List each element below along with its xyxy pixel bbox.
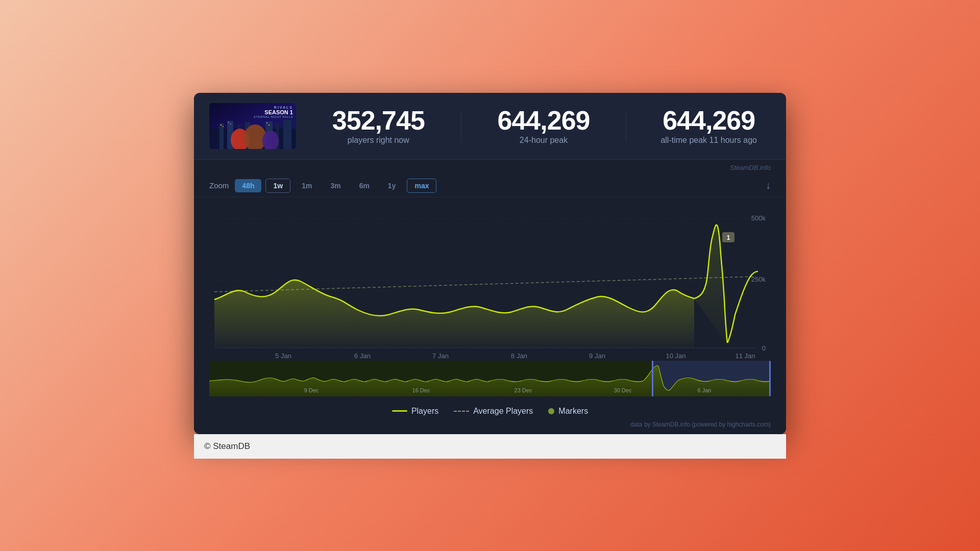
divider-1 bbox=[461, 111, 461, 141]
zoom-1y[interactable]: 1y bbox=[381, 179, 403, 192]
zoom-label: Zoom bbox=[209, 181, 229, 190]
alltime-peak-label: all-time peak 11 hours ago bbox=[660, 136, 757, 145]
svg-rect-14 bbox=[266, 122, 267, 123]
svg-text:0: 0 bbox=[762, 344, 766, 352]
svg-rect-13 bbox=[230, 123, 231, 124]
legend-avg-line bbox=[454, 411, 469, 412]
stat-alltime-peak: 644,269 all-time peak 11 hours ago bbox=[647, 107, 771, 145]
game-thumbnail: RIVALS SEASON 1 ETERNAL NIGHT FALLS bbox=[209, 103, 296, 149]
svg-rect-15 bbox=[268, 124, 270, 126]
zoom-bar: Zoom 48h 1w 1m 3m 6m 1y max ↓ bbox=[194, 173, 786, 197]
data-credit: data by SteamDB.info (powered by highcha… bbox=[194, 419, 786, 434]
svg-rect-43 bbox=[769, 361, 771, 396]
svg-rect-2 bbox=[219, 123, 224, 149]
players-now-value: 352,745 bbox=[332, 107, 425, 134]
legend-avg-players: Average Players bbox=[454, 407, 533, 416]
legend-markers-dot bbox=[548, 408, 554, 414]
svg-text:30 Dec: 30 Dec bbox=[614, 387, 632, 393]
zoom-1m[interactable]: 1m bbox=[295, 179, 319, 192]
svg-text:8 Jan: 8 Jan bbox=[511, 352, 527, 360]
footer-text: © SteamDB bbox=[204, 441, 250, 451]
zoom-3m[interactable]: 3m bbox=[323, 179, 348, 192]
svg-rect-42 bbox=[652, 361, 653, 396]
legend-avg-label: Average Players bbox=[473, 407, 533, 416]
24h-peak-value: 644,269 bbox=[498, 107, 590, 134]
svg-text:6 Jan: 6 Jan bbox=[698, 387, 712, 393]
svg-text:10 Jan: 10 Jan bbox=[666, 352, 685, 360]
legend-markers-label: Markers bbox=[558, 407, 588, 416]
legend-players: Players bbox=[392, 407, 438, 416]
chart-section: SteamDB.info Zoom 48h 1w 1m 3m 6m 1y max… bbox=[194, 160, 786, 434]
footer: © SteamDB bbox=[194, 434, 786, 459]
zoom-6m[interactable]: 6m bbox=[352, 179, 377, 192]
header: RIVALS SEASON 1 ETERNAL NIGHT FALLS 352,… bbox=[194, 93, 786, 160]
download-button[interactable]: ↓ bbox=[766, 180, 771, 191]
svg-text:6 Jan: 6 Jan bbox=[354, 352, 371, 360]
navigator[interactable]: 9 Dec 16 Dec 23 Dec 30 Dec 6 Jan bbox=[209, 361, 771, 396]
main-chart: 500k 250k 0 bbox=[209, 197, 771, 361]
zoom-max[interactable]: max bbox=[407, 179, 436, 193]
svg-text:9 Jan: 9 Jan bbox=[589, 352, 605, 360]
svg-text:500k: 500k bbox=[751, 214, 766, 222]
svg-rect-12 bbox=[228, 122, 229, 123]
legend-markers: Markers bbox=[548, 407, 588, 416]
zoom-48h[interactable]: 48h bbox=[235, 179, 261, 192]
legend-players-label: Players bbox=[411, 407, 438, 416]
svg-text:9 Dec: 9 Dec bbox=[304, 387, 319, 393]
svg-rect-9 bbox=[283, 120, 291, 149]
svg-rect-11 bbox=[223, 126, 224, 127]
svg-text:11 Jan: 11 Jan bbox=[735, 352, 755, 360]
legend-players-line bbox=[392, 410, 407, 412]
svg-text:1: 1 bbox=[727, 234, 730, 241]
alltime-peak-value: 644,269 bbox=[663, 107, 755, 134]
svg-text:250k: 250k bbox=[751, 276, 766, 283]
svg-text:7 Jan: 7 Jan bbox=[432, 352, 449, 360]
svg-text:16 Dec: 16 Dec bbox=[412, 387, 430, 393]
players-now-label: players right now bbox=[348, 136, 409, 145]
divider-2 bbox=[626, 111, 626, 141]
svg-text:5 Jan: 5 Jan bbox=[275, 352, 291, 360]
main-card: RIVALS SEASON 1 ETERNAL NIGHT FALLS 352,… bbox=[194, 93, 786, 434]
zoom-1w[interactable]: 1w bbox=[265, 179, 290, 193]
svg-text:23 Dec: 23 Dec bbox=[514, 387, 532, 393]
stat-players-now: 352,745 players right now bbox=[316, 107, 440, 145]
24h-peak-label: 24-hour peak bbox=[520, 136, 568, 145]
svg-rect-10 bbox=[220, 124, 222, 126]
steamdb-credit: SteamDB.info bbox=[194, 160, 786, 173]
legend: Players Average Players Markers bbox=[194, 402, 786, 419]
navigator-svg: 9 Dec 16 Dec 23 Dec 30 Dec 6 Jan bbox=[209, 361, 771, 396]
stat-24h-peak: 644,269 24-hour peak bbox=[482, 107, 606, 145]
chart-svg: 500k 250k 0 bbox=[209, 197, 771, 361]
